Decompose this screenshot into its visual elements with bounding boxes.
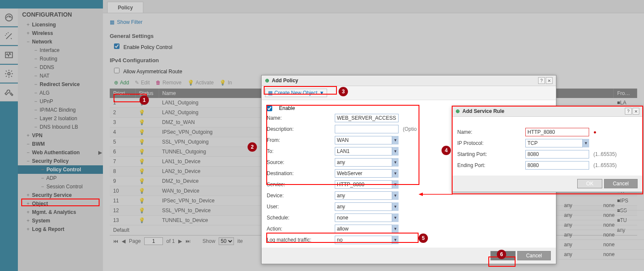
svc-lbl-proto: IP Protocol: (457, 140, 521, 146)
policy-cancel-button[interactable]: Cancel (517, 251, 551, 260)
add-service-dialog: ⊕ Add Service Rule ? ✕ Name: ● IP Protoc… (452, 106, 643, 192)
add-service-title: Add Service Rule (462, 108, 504, 114)
svg-marker-5 (419, 193, 423, 196)
close-icon[interactable]: ✕ (633, 108, 639, 115)
red-arrow (419, 192, 453, 197)
dest-select[interactable]: WebServer▼ (335, 169, 399, 178)
enable-checkbox[interactable] (267, 106, 272, 111)
add-policy-title: Add Policy (272, 78, 298, 84)
create-new-object-label: Create New Object (274, 90, 317, 96)
service-select[interactable]: HTTP_8080▼ (335, 180, 399, 189)
callout-5: 5 (419, 234, 428, 243)
policy-desc-input[interactable] (335, 125, 399, 133)
lbl-user: User: (267, 204, 331, 210)
close-icon[interactable]: ✕ (546, 77, 553, 84)
plus-circle-icon: ⊕ (456, 108, 460, 114)
svc-name-input[interactable] (525, 128, 589, 136)
add-policy-titlebar: ⊕ Add Policy ? ✕ (262, 75, 556, 86)
enable-label: Enable (279, 105, 295, 111)
add-service-body: Name: ● IP Protocol: TCP▼ Starting Port:… (452, 117, 643, 192)
lbl-source: Source: (267, 159, 331, 165)
grid-icon: ▦ (268, 90, 273, 96)
lbl-name: Name: (267, 115, 331, 121)
error-icon: ● (593, 129, 596, 135)
desc-note: (Optio (403, 126, 417, 132)
to-select[interactable]: LAN1▼ (335, 147, 399, 156)
svc-lbl-name: Name: (457, 129, 521, 135)
help-icon[interactable]: ? (625, 108, 632, 115)
user-select[interactable]: any▼ (335, 202, 399, 211)
callout-3: 3 (339, 87, 348, 96)
callout-4: 4 (442, 146, 451, 155)
lbl-schedule: Schedule: (267, 215, 331, 221)
svc-start-input[interactable] (525, 150, 589, 159)
action-select[interactable]: allow▼ (335, 225, 399, 233)
help-icon[interactable]: ? (538, 77, 545, 84)
callout-2: 2 (248, 142, 257, 152)
svc-lbl-start: Starting Port: (457, 151, 521, 157)
source-select[interactable]: any▼ (335, 158, 399, 167)
lbl-dest: Destination: (267, 170, 331, 176)
chevron-down-icon: ▼ (319, 90, 324, 96)
svc-lbl-end: Ending Port: (457, 162, 521, 168)
lbl-service: Service: (267, 182, 331, 187)
lbl-device: Device: (267, 193, 331, 199)
lbl-from: From: (267, 137, 331, 143)
callout-1: 1 (140, 95, 149, 105)
svc-end-input[interactable] (525, 161, 589, 170)
svc-end-hint: (1..65535) (593, 162, 617, 168)
svc-proto-select[interactable]: TCP▼ (525, 139, 589, 147)
lbl-desc: Description: (267, 126, 331, 132)
svc-ok-button[interactable]: OK (577, 179, 602, 188)
svc-start-hint: (1..65535) (593, 151, 617, 157)
from-select[interactable]: WAN▼ (335, 136, 399, 144)
lbl-log: Log matched traffic: (267, 237, 331, 243)
device-select[interactable]: any▼ (335, 191, 399, 200)
plus-circle-icon: ⊕ (265, 78, 269, 84)
create-new-object-button[interactable]: ▦ Create New Object ▼ (265, 89, 327, 97)
lbl-to: To: (267, 148, 331, 154)
schedule-select[interactable]: none▼ (335, 213, 399, 222)
log-select[interactable]: no▼ (335, 236, 399, 244)
callout-6: 6 (497, 250, 506, 259)
lbl-action: Action: (267, 226, 331, 232)
policy-name-input[interactable] (335, 114, 399, 122)
add-service-titlebar: ⊕ Add Service Rule ? ✕ (452, 106, 643, 117)
svc-cancel-button[interactable]: Cancel (604, 179, 638, 188)
add-policy-toolbar: ▦ Create New Object ▼ (262, 86, 556, 100)
